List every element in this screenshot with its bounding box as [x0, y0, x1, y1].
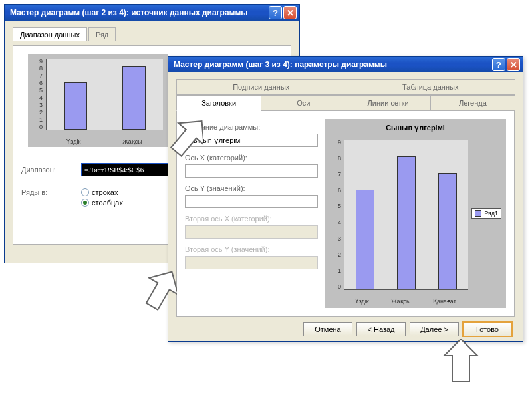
titlebar[interactable]: Мастер диаграмм (шаг 2 из 4): источник д… — [5, 5, 299, 21]
legend: Ряд1 — [471, 208, 501, 219]
x-axis-label: Ось X (категорий): — [185, 154, 318, 162]
tab-data-labels[interactable]: Подписи данных — [176, 79, 346, 95]
cancel-button[interactable]: Отмена — [303, 322, 352, 336]
button-row: Отмена < Назад Далее > Готово — [176, 322, 515, 336]
finish-button[interactable]: Готово — [463, 322, 512, 336]
legend-swatch-icon — [475, 210, 481, 217]
range-label: Диапазон: — [21, 166, 81, 174]
back-button[interactable]: < Назад — [356, 322, 406, 336]
close-icon[interactable]: ✕ — [283, 6, 297, 19]
window-title: Мастер диаграмм (шаг 3 из 4): параметры … — [174, 60, 491, 69]
radio-rows[interactable]: строках — [81, 188, 123, 196]
preview-title: Сынып үлгерімі — [325, 124, 505, 132]
radio-rows-label: строках — [92, 188, 118, 196]
chart-title-input[interactable] — [185, 134, 318, 147]
radio-icon — [81, 199, 89, 207]
tab-axes[interactable]: Оси — [261, 95, 346, 111]
tab-series[interactable]: Ряд — [88, 27, 116, 41]
rows-in-label: Ряды в: — [21, 188, 81, 196]
next-button[interactable]: Далее > — [410, 322, 459, 336]
tab-titles[interactable]: Заголовки — [176, 95, 261, 111]
legend-label: Ряд1 — [484, 210, 498, 217]
y2-axis-label: Вторая ось Y (значений): — [185, 245, 318, 253]
panel: Название диаграммы: Ось X (категорий): О… — [176, 110, 515, 317]
tab-gridlines[interactable]: Линии сетки — [346, 95, 431, 111]
svg-marker-2 — [444, 339, 477, 382]
help-icon[interactable]: ? — [269, 6, 282, 19]
tab-data-table[interactable]: Таблица данных — [346, 79, 516, 95]
x2-axis-label: Вторая ось X (категорий): — [185, 215, 318, 223]
help-icon[interactable]: ? — [492, 58, 505, 71]
titles-form: Название диаграммы: Ось X (категорий): О… — [185, 119, 318, 308]
tab-data-range[interactable]: Диапазон данных — [13, 27, 87, 41]
radio-icon — [81, 188, 89, 196]
close-icon[interactable]: ✕ — [507, 58, 520, 71]
y2-axis-input — [185, 256, 318, 269]
y-axis-label: Ось Y (значений): — [185, 184, 318, 192]
window-title: Мастер диаграмм (шаг 2 из 4): источник д… — [10, 8, 267, 17]
y-axis-input[interactable] — [185, 195, 318, 208]
tab-legend[interactable]: Легенда — [430, 95, 515, 111]
x2-axis-input — [185, 225, 318, 239]
radio-cols[interactable]: столбцах — [81, 199, 123, 207]
pointer-arrow-icon — [438, 339, 484, 388]
tabs: Диапазон данных Ряд — [13, 27, 291, 41]
wizard-step3-window: Мастер диаграмм (шаг 3 из 4): параметры … — [168, 56, 523, 342]
radio-cols-label: столбцах — [92, 199, 123, 207]
tabs: Подписи данных Таблица данных Заголовки … — [176, 79, 515, 111]
chart-preview: Сынып үлгерімі 0123456789 ҮздікЖақсыҚана… — [325, 119, 506, 308]
x-axis-input[interactable] — [185, 164, 318, 178]
chart-title-label: Название диаграммы: — [185, 123, 318, 131]
chart-preview: 0123456789 ҮздікЖақсы — [28, 54, 168, 147]
titlebar[interactable]: Мастер диаграмм (шаг 3 из 4): параметры … — [168, 57, 523, 72]
